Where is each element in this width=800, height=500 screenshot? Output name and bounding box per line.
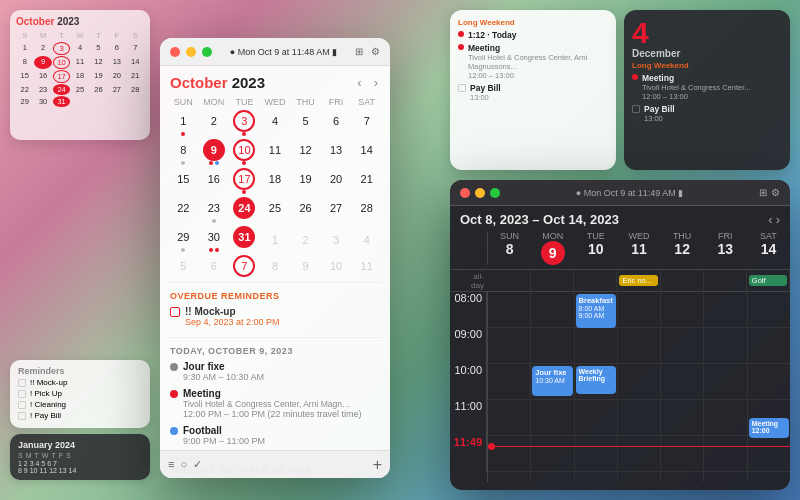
day-col-thu[interactable] (661, 292, 704, 482)
day-cell[interactable]: 3 (321, 225, 352, 254)
time-slot-1149: 11:49 (450, 436, 487, 472)
day-header-sun[interactable]: SUN 8 (488, 231, 531, 265)
day-cell[interactable]: 30 (199, 225, 230, 254)
day-header-wed[interactable]: WED 11 (617, 231, 660, 265)
day-cell[interactable]: 31 (229, 225, 260, 254)
day-cell[interactable]: 7 (351, 109, 382, 138)
event-title: Football (183, 425, 265, 436)
day-cell[interactable]: 6 (199, 254, 230, 278)
day-col-wed[interactable] (618, 292, 661, 482)
day-cell[interactable]: 13 (321, 138, 352, 167)
day-cell[interactable]: 27 (321, 196, 352, 225)
day-cell[interactable]: 18 (260, 167, 291, 196)
list-view-icon[interactable]: ≡ (168, 458, 174, 471)
maximize-button[interactable] (202, 47, 212, 57)
dark-date-widget: 4 December Long Weekend Meeting Tivoli H… (624, 10, 790, 170)
day-cell[interactable]: 16 (199, 167, 230, 196)
minimize-button[interactable] (186, 47, 196, 57)
settings-icon[interactable]: ⚙ (771, 187, 780, 198)
day-cell[interactable]: 24 (229, 196, 260, 225)
day-col-sat[interactable]: Meeting 12:00 (748, 292, 790, 482)
day-col-fri[interactable] (704, 292, 747, 482)
day-col-sun[interactable] (488, 292, 531, 482)
prev-month-button[interactable]: ‹ (355, 75, 363, 90)
day-cell[interactable]: 5 (168, 254, 199, 278)
reminder-checkbox[interactable] (170, 307, 180, 317)
minimize-button[interactable] (475, 188, 485, 198)
allday-event[interactable]: Golf (749, 275, 787, 286)
event-item: Meeting Tivoli Hotel & Congress Center, … (170, 386, 380, 421)
day-cell[interactable]: 15 (168, 167, 199, 196)
day-cell[interactable]: 11 (260, 138, 291, 167)
day-cell[interactable]: 14 (351, 138, 382, 167)
allday-event[interactable]: Eric no... (619, 275, 657, 286)
day-cell[interactable]: 1 (260, 225, 291, 254)
january-widget: January 2024 SMTWTFS 1 2 3 4 5 6 7 8 9 1… (10, 434, 150, 480)
add-event-button[interactable]: + (373, 456, 382, 474)
day-cell[interactable]: 12 (290, 138, 321, 167)
day-cell[interactable]: 5 (290, 109, 321, 138)
day-cell[interactable]: 26 (290, 196, 321, 225)
event-dot (632, 74, 638, 80)
day-cell[interactable]: 25 (260, 196, 291, 225)
day-cell[interactable]: 22 (168, 196, 199, 225)
day-cell[interactable]: 23 (199, 196, 230, 225)
day-cell[interactable]: 7 (229, 254, 260, 278)
day-cell[interactable]: 4 (351, 225, 382, 254)
day-cell[interactable]: 21 (351, 167, 382, 196)
day-cell[interactable]: 10 (229, 138, 260, 167)
next-month-button[interactable]: › (372, 75, 380, 90)
calendar-event[interactable]: Meeting 12:00 (749, 418, 789, 438)
calendar-event[interactable]: Weekly Briefing (576, 366, 616, 394)
slot (748, 364, 790, 400)
day-cell[interactable]: 8 (260, 254, 291, 278)
day-cell[interactable]: 8 (168, 138, 199, 167)
overdue-section: OVERDUE REMINDERS !! Mock-up Sep 4, 2023… (160, 287, 390, 333)
settings-icon[interactable]: ⚙ (371, 46, 380, 57)
january-widget-title: January 2024 (18, 440, 142, 450)
day-cell[interactable]: 9 (290, 254, 321, 278)
close-button[interactable] (460, 188, 470, 198)
slot: Breakfast 8:00 AM 9:00 AM (575, 292, 617, 328)
day-cell[interactable]: 17 (229, 167, 260, 196)
day-header-tue[interactable]: TUE 10 (574, 231, 617, 265)
next-week-button[interactable]: › (776, 212, 780, 227)
view-icon[interactable]: ⊞ (759, 187, 767, 198)
close-button[interactable] (170, 47, 180, 57)
view-icon[interactable]: ⊞ (355, 46, 363, 57)
day-cell[interactable]: 19 (290, 167, 321, 196)
event-color-dot (170, 363, 178, 371)
maximize-button[interactable] (490, 188, 500, 198)
day-cell[interactable]: 2 (199, 109, 230, 138)
day-cell[interactable]: 6 (321, 109, 352, 138)
day-cell[interactable]: 9 (199, 138, 230, 167)
day-cell[interactable]: 3 (229, 109, 260, 138)
day-cell[interactable]: 20 (321, 167, 352, 196)
day-header-fri[interactable]: FRI 13 (704, 231, 747, 265)
light-widget: Long Weekend 1:12 · Today Meeting Tivoli… (450, 10, 616, 170)
day-cell[interactable]: 4 (260, 109, 291, 138)
day-header-mon[interactable]: MON 9 (531, 231, 574, 265)
calendar-event[interactable]: Jour fixe 10:30 AM (532, 366, 572, 396)
date-num: 13 (704, 241, 747, 257)
day-cell[interactable]: 2 (290, 225, 321, 254)
day-cell[interactable]: 10 (321, 254, 352, 278)
day-cell[interactable]: 11 (351, 254, 382, 278)
day-cell[interactable]: 28 (351, 196, 382, 225)
calendar-nav[interactable]: ‹ › (355, 75, 380, 90)
day-col-tue[interactable]: Breakfast 8:00 AM 9:00 AM Weekly Briefin… (575, 292, 618, 482)
day-header-sat[interactable]: SAT 14 (747, 231, 790, 265)
calendar-event[interactable]: Breakfast 8:00 AM 9:00 AM (576, 294, 616, 328)
table-row: 5 6 7 8 9 10 11 (168, 254, 382, 278)
week-view-window: ● Mon Oct 9 at 11:49 AM ▮ ⊞ ⚙ Oct 8, 202… (450, 180, 790, 490)
check-icon (18, 379, 26, 387)
week-nav[interactable]: ‹ › (768, 212, 780, 227)
day-col-mon[interactable]: Jour fixe 10:30 AM (531, 292, 574, 482)
day-cell[interactable]: 1 (168, 109, 199, 138)
circle-icon[interactable]: ○ (180, 458, 187, 471)
day-cell[interactable]: 29 (168, 225, 199, 254)
prev-week-button[interactable]: ‹ (768, 212, 772, 227)
day-label: MON (542, 231, 563, 241)
check-icon[interactable]: ✓ (193, 458, 202, 471)
day-header-thu[interactable]: THU 12 (661, 231, 704, 265)
